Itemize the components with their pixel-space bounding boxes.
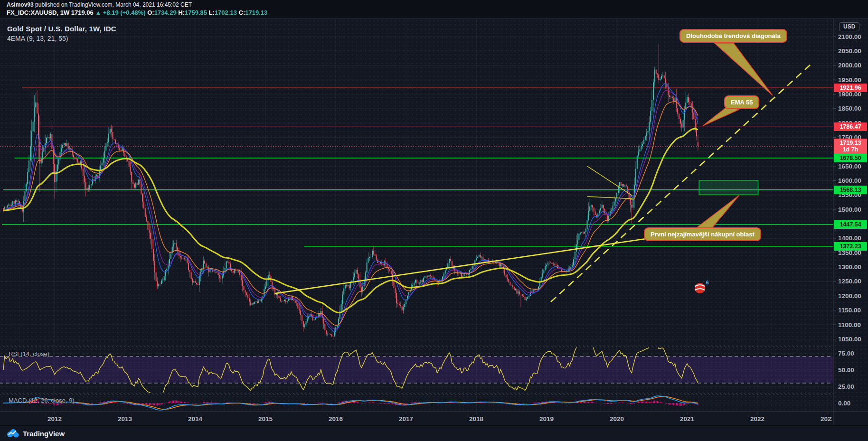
- chart-title[interactable]: Gold Spot / U.S. Dollar, 1W, IDC: [7, 25, 116, 33]
- annotation-trend-diagonal[interactable]: Dlouhodobá trendová diagonála: [679, 29, 787, 43]
- close-label: C:: [239, 9, 245, 16]
- year-label-2016: 2016: [329, 415, 343, 422]
- price-change: ▲ +8.19 (+0.48%): [95, 9, 145, 16]
- sticker-badge-count: 6: [706, 280, 709, 285]
- grid-lines: [0, 19, 833, 412]
- symbol-name[interactable]: FX_IDC:XAUUSD, 1W: [7, 9, 69, 16]
- annotation-ema55[interactable]: EMA 55: [724, 95, 759, 109]
- trend-diagonal[interactable]: [551, 63, 812, 302]
- tradingview-screenshot: Asimov93 published on TradingView.com, M…: [0, 0, 868, 441]
- indicator-legend-4ema[interactable]: 4EMA (9, 13, 21, 55): [7, 35, 116, 42]
- year-label-2014: 2014: [188, 415, 203, 422]
- published-text: published on TradingView.com, March 04, …: [34, 1, 192, 8]
- buy-zone-rect[interactable]: [699, 180, 758, 195]
- price-axis-tags[interactable]: 1921.961786.471678.501568.131447.541372.…: [834, 19, 868, 412]
- author-name: Asimov93: [7, 1, 34, 8]
- year-label-2019: 2019: [539, 415, 554, 422]
- tradingview-logo-icon: [7, 429, 19, 438]
- price-tag-1921.96: 1921.96: [834, 84, 867, 92]
- year-label-2022: 2022: [750, 415, 764, 422]
- open-value: 1734.29: [154, 9, 177, 16]
- pennant-line-0[interactable]: [587, 166, 632, 196]
- year-label-2013: 2013: [118, 415, 132, 422]
- macd-indicator-label[interactable]: MACD (12, 26, close, 9): [9, 397, 75, 404]
- price-tag-1678.50: 1678.50: [834, 154, 867, 162]
- brand-name: TradingView: [23, 430, 65, 438]
- macd-pane: [3, 396, 698, 410]
- tradingview-brand[interactable]: TradingView: [7, 429, 65, 438]
- chart-pane[interactable]: 2100.002050.002000.001950.001900.001850.…: [0, 18, 868, 426]
- year-label-2021: 2021: [680, 415, 695, 422]
- low-value: 1702.13: [215, 9, 237, 16]
- current-price-tag: 1719.131d 7h: [834, 139, 867, 154]
- annotation-buy-area[interactable]: První nejzajímavější nákupní oblast: [644, 227, 761, 241]
- year-label-2023: 2023: [821, 415, 835, 422]
- rsi-band: [0, 357, 833, 383]
- year-label-2017: 2017: [399, 415, 413, 422]
- symbol-ohlc-line: FX_IDC:XAUUSD, 1W 1719.06 ▲ +8.19 (+0.48…: [7, 9, 267, 16]
- price-chart-svg[interactable]: 2100.002050.002000.001950.001900.001850.…: [0, 19, 868, 426]
- sticker-icon[interactable]: 6: [695, 280, 709, 293]
- year-label-2020: 2020: [610, 415, 624, 422]
- pennant-line-1[interactable]: [587, 197, 632, 199]
- publication-bar: Asimov93 published on TradingView.com, M…: [0, 0, 868, 18]
- price-tag-1568.13: 1568.13: [834, 186, 867, 194]
- ema9-line: [3, 84, 698, 331]
- close-value: 1719.13: [245, 9, 267, 16]
- macd-histogram: [3, 399, 698, 406]
- pane-separator-rsi[interactable]: [0, 346, 833, 347]
- footer-bar: TradingView: [0, 425, 868, 441]
- year-label-2012: 2012: [47, 415, 62, 422]
- long-term-support[interactable]: [274, 232, 690, 293]
- high-label: H:: [178, 9, 185, 16]
- chart-legend: Gold Spot / U.S. Dollar, 1W, IDC 4EMA (9…: [7, 25, 116, 42]
- rsi-indicator-label[interactable]: RSI (14, close): [9, 350, 49, 357]
- price-tag-1786.47: 1786.47: [834, 122, 867, 131]
- open-label: O:: [147, 9, 154, 16]
- published-line: Asimov93 published on TradingView.com, M…: [7, 1, 192, 8]
- year-label-2015: 2015: [258, 415, 273, 422]
- year-label-2018: 2018: [469, 415, 484, 422]
- price-tag-1372.23: 1372.23: [834, 242, 867, 251]
- pane-separator-macd[interactable]: [0, 393, 833, 395]
- time-axis[interactable]: 2012201320142015201620172018201920202021…: [47, 412, 835, 422]
- high-value: 1759.85: [185, 9, 207, 16]
- low-label: L:: [209, 9, 215, 16]
- last-price: 1719.06: [71, 9, 94, 16]
- price-tag-1447.54: 1447.54: [834, 220, 867, 229]
